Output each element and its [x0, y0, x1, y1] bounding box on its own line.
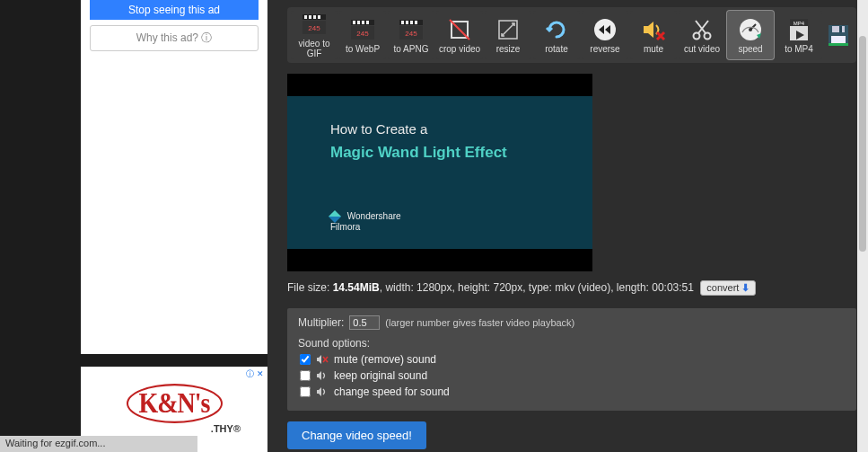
- clapper-icon: 245: [302, 12, 327, 37]
- speaker-mute-small-icon: [316, 354, 329, 365]
- stop-seeing-ad-button[interactable]: Stop seeing this ad: [90, 0, 259, 20]
- tool-rotate[interactable]: rotate: [533, 11, 580, 59]
- sound-options-header: Sound options:: [298, 337, 846, 350]
- speedometer-icon: [738, 17, 763, 42]
- main-content: 245 video to GIF 245 to WebP 245 to APNG: [287, 0, 868, 452]
- svg-rect-37: [831, 36, 846, 44]
- svg-rect-10: [362, 21, 364, 24]
- tool-cut-video[interactable]: cut video: [679, 11, 725, 59]
- svg-rect-8: [353, 21, 355, 24]
- svg-point-28: [749, 28, 752, 31]
- svg-text:245: 245: [405, 30, 417, 38]
- svg-rect-17: [410, 21, 413, 24]
- sound-option-keep[interactable]: keep original sound: [300, 369, 846, 382]
- svg-point-26: [705, 32, 711, 39]
- tool-speed[interactable]: speed: [727, 11, 774, 59]
- speaker-small-icon: [316, 386, 329, 397]
- sound-option-change[interactable]: change speed for sound: [300, 386, 846, 398]
- ad-sidebar: Stop seeing this ad Why this ad? ⓘ ⓘ ✕ K…: [81, 0, 267, 452]
- resize-icon: [495, 17, 521, 42]
- tool-label: mute: [644, 44, 663, 54]
- vertical-scrollbar[interactable]: [857, 0, 868, 452]
- tool-label: to WebP: [346, 44, 380, 54]
- tool-label: resize: [496, 44, 521, 54]
- multiplier-hint: (larger number gives faster video playba…: [385, 317, 574, 328]
- options-panel: Multiplier: (larger number gives faster …: [287, 308, 856, 411]
- ad-brand-logo: K&N's: [127, 384, 223, 423]
- ad-subtext: .THY®: [211, 423, 241, 434]
- svg-rect-15: [401, 21, 404, 24]
- sound-option-label: change speed for sound: [334, 386, 450, 398]
- save-button[interactable]: [824, 11, 853, 59]
- video-preview[interactable]: How to Create a Magic Wand Light Effect …: [287, 74, 592, 271]
- sound-option-mute[interactable]: mute (remove) sound: [300, 353, 846, 366]
- browser-status-bar: Waiting for ezgif.com...: [0, 436, 197, 452]
- tool-label: rotate: [545, 44, 568, 54]
- multiplier-input[interactable]: [349, 315, 380, 330]
- svg-rect-9: [357, 21, 360, 24]
- file-size: 14.54MiB: [333, 281, 380, 294]
- tool-label: reverse: [590, 44, 619, 54]
- mute-checkbox[interactable]: [300, 354, 311, 365]
- multiplier-label: Multiplier:: [298, 316, 344, 329]
- speaker-mute-icon: [641, 17, 666, 42]
- svg-rect-16: [406, 21, 408, 24]
- watermark: WondershareFilmora: [330, 211, 401, 233]
- mp4-file-icon: MP4: [786, 17, 811, 42]
- svg-rect-38: [829, 43, 848, 46]
- sound-option-label: mute (remove) sound: [334, 353, 436, 366]
- left-gutter: [0, 0, 81, 452]
- svg-rect-18: [415, 21, 417, 24]
- crop-icon: [447, 17, 472, 42]
- change-sound-checkbox[interactable]: [300, 386, 311, 397]
- adchoices-icon[interactable]: ⓘ ✕: [246, 368, 264, 380]
- clapper-icon: 245: [350, 17, 375, 42]
- svg-rect-35: [832, 26, 845, 32]
- tool-reverse[interactable]: reverse: [582, 11, 628, 59]
- tool-label: video to GIF: [291, 39, 338, 58]
- svg-rect-3: [313, 15, 316, 19]
- svg-line-22: [450, 20, 469, 40]
- tool-crop-video[interactable]: crop video: [436, 11, 483, 59]
- rewind-icon: [592, 17, 618, 42]
- tool-video-to-gif[interactable]: 245 video to GIF: [291, 11, 338, 59]
- scrollbar-thumb[interactable]: [859, 36, 866, 252]
- preview-title-line1: How to Create a: [330, 121, 549, 137]
- svg-text:245: 245: [356, 30, 369, 38]
- convert-button[interactable]: convert ⬇: [700, 280, 756, 296]
- why-this-ad-link[interactable]: Why this ad? ⓘ: [90, 25, 259, 51]
- tool-label: crop video: [439, 44, 480, 54]
- toolbar: 245 video to GIF 245 to WebP 245 to APNG: [287, 7, 856, 63]
- tool-label: cut video: [684, 44, 720, 54]
- clapper-icon: 245: [399, 17, 424, 42]
- scissors-icon: [689, 17, 715, 42]
- svg-rect-1: [304, 15, 307, 19]
- tool-to-webp[interactable]: 245 to WebP: [339, 11, 386, 59]
- tool-mute[interactable]: mute: [630, 11, 677, 59]
- svg-rect-36: [839, 26, 842, 32]
- tool-to-apng[interactable]: 245 to APNG: [388, 11, 434, 59]
- sound-option-label: keep original sound: [334, 369, 427, 382]
- speaker-small-icon: [316, 370, 329, 381]
- svg-rect-11: [366, 21, 369, 24]
- tool-resize[interactable]: resize: [485, 11, 531, 59]
- tool-to-mp4[interactable]: MP4 to MP4: [776, 11, 822, 59]
- svg-point-25: [694, 32, 700, 39]
- tool-label: to APNG: [394, 44, 429, 54]
- file-info: File size: 14.54MiB, width: 1280px, heig…: [287, 280, 856, 296]
- tool-label: to MP4: [785, 44, 813, 54]
- tool-label: speed: [738, 44, 762, 54]
- rotate-icon: [544, 17, 569, 42]
- svg-text:MP4: MP4: [793, 21, 805, 26]
- keep-sound-checkbox[interactable]: [300, 370, 311, 381]
- change-video-speed-button[interactable]: Change video speed!: [287, 421, 426, 449]
- svg-rect-2: [309, 15, 311, 19]
- ad-placeholder: [81, 60, 267, 354]
- svg-rect-4: [318, 15, 320, 19]
- floppy-disk-icon: [827, 23, 850, 47]
- svg-text:245: 245: [308, 24, 320, 32]
- preview-title-line2: Magic Wand Light Effect: [330, 144, 549, 162]
